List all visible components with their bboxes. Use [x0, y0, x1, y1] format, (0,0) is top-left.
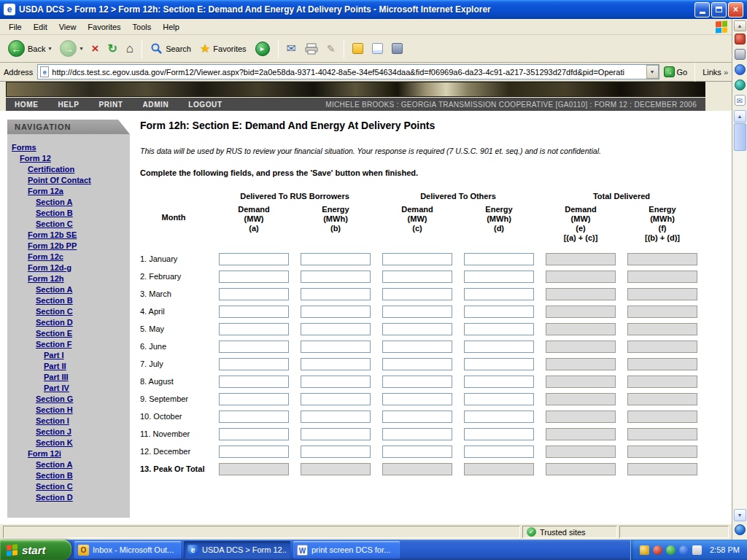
sidebar-link[interactable]: Form 12i [7, 448, 130, 459]
sidebar-link[interactable]: Part I [7, 350, 130, 361]
cell-input[interactable] [301, 253, 371, 265]
cell-input[interactable] [219, 428, 289, 440]
shortcut-icon-red[interactable] [735, 34, 746, 44]
mail-button[interactable]: ✉ [283, 39, 300, 58]
cell-input[interactable] [219, 288, 289, 300]
sidebar-link[interactable]: Form 12 [7, 153, 130, 164]
sidebar-link[interactable]: Form 12c [7, 252, 130, 262]
menu-edit[interactable]: Edit [28, 20, 53, 34]
scrollbar-up-button[interactable]: ▲ [734, 110, 746, 122]
sidebar-link[interactable]: Section D [7, 317, 130, 328]
cell-input[interactable] [219, 411, 289, 423]
forward-button[interactable]: → ▾ [56, 38, 86, 59]
cell-input[interactable] [301, 393, 371, 405]
tray-antivirus-icon[interactable] [653, 545, 662, 555]
media-button[interactable]: ► [252, 39, 274, 58]
cell-input[interactable] [301, 306, 371, 318]
mail-shortcut-icon[interactable]: ✉ [735, 95, 746, 106]
sidebar-link[interactable]: Section H [7, 405, 130, 416]
cell-input[interactable] [382, 253, 452, 265]
sidebar-link[interactable]: Section C [7, 306, 130, 317]
cell-input[interactable] [301, 271, 371, 283]
sidebar-link[interactable]: Section D [7, 492, 130, 503]
sidebar-link[interactable]: Section C [7, 481, 130, 492]
sidebar-link[interactable]: Forms [7, 142, 130, 153]
cell-input[interactable] [464, 323, 534, 335]
restore-button[interactable] [711, 2, 727, 18]
taskbar-item-usda-dcs[interactable]: e USDA DCS > Form 12... [184, 541, 290, 559]
cell-input[interactable] [382, 358, 452, 370]
cell-input[interactable] [301, 411, 371, 423]
print-button[interactable] [301, 41, 322, 57]
sidebar-link[interactable]: Section J [7, 427, 130, 438]
sidebar-link[interactable]: Section E [7, 328, 130, 339]
address-input[interactable]: e http://dcs.test.sc.egov.usda.gov/Form1… [37, 64, 659, 79]
sidebar-link[interactable]: Section A [7, 197, 130, 208]
sidebar-link[interactable]: Form 12d-g [7, 262, 130, 273]
cell-input[interactable] [382, 341, 452, 353]
cell-input[interactable] [301, 446, 371, 458]
shortcut-icon-gray[interactable] [735, 49, 746, 60]
close-button[interactable]: × [728, 2, 743, 18]
taskbar-item-word-doc[interactable]: W print screen DCS for... [293, 541, 400, 559]
tray-volume-icon[interactable] [692, 545, 702, 555]
taskbar-item-outlook[interactable]: O Inbox - Microsoft Out... [74, 541, 181, 559]
sidebar-link[interactable]: Section A [7, 459, 130, 470]
sidebar-link[interactable]: Section B [7, 470, 130, 481]
forward-dropdown-icon[interactable]: ▾ [80, 45, 82, 52]
cell-input[interactable] [382, 446, 452, 458]
sidebar-link[interactable]: Point Of Contact [7, 175, 130, 186]
cell-input[interactable] [464, 271, 534, 283]
discuss-button[interactable] [349, 41, 367, 56]
start-button[interactable]: start [0, 540, 71, 560]
stop-button[interactable]: × [88, 40, 103, 57]
sidebar-link[interactable]: Section F [7, 339, 130, 350]
menu-favorites[interactable]: Favorites [82, 20, 126, 34]
tray-messenger-icon[interactable] [666, 545, 676, 555]
search-button[interactable]: Search [147, 40, 195, 57]
cell-input[interactable] [382, 393, 452, 405]
cell-input[interactable] [464, 358, 534, 370]
cell-input[interactable] [219, 253, 289, 265]
sidebar-link[interactable]: Form 12h [7, 273, 130, 284]
menu-file[interactable]: File [3, 20, 28, 34]
sidebar-link[interactable]: Section A [7, 284, 130, 295]
cell-input[interactable] [301, 341, 371, 353]
cell-input[interactable] [219, 306, 289, 318]
scrollbar-down-button[interactable]: ▼ [734, 509, 746, 521]
cell-input[interactable] [301, 358, 371, 370]
cell-input[interactable] [464, 446, 534, 458]
favorites-button[interactable]: ★ Favorites [196, 39, 250, 58]
url-text[interactable]: http://dcs.test.sc.egov.usda.gov/Form12/… [52, 68, 646, 77]
sidebar-link[interactable]: Part II [7, 361, 130, 372]
shortcut-icon-blue[interactable] [735, 64, 746, 75]
cell-input[interactable] [464, 288, 534, 300]
sidebar-link[interactable]: Section K [7, 438, 130, 448]
sidebar-link[interactable]: Section G [7, 394, 130, 405]
cell-input[interactable] [301, 323, 371, 335]
menu-view[interactable]: View [53, 20, 82, 34]
cell-input[interactable] [219, 358, 289, 370]
sidebar-link[interactable]: Section B [7, 295, 130, 306]
cell-input[interactable] [219, 446, 289, 458]
scrollbar-track[interactable] [734, 151, 746, 509]
cell-input[interactable] [464, 428, 534, 440]
tray-lock-icon[interactable] [640, 545, 649, 555]
home-button[interactable]: ⌂ [123, 39, 137, 58]
back-dropdown-icon[interactable]: ▾ [48, 45, 51, 52]
cell-input[interactable] [301, 376, 371, 388]
minimize-button[interactable] [694, 2, 710, 18]
sidebar-link[interactable]: Certification [7, 164, 130, 175]
links-button[interactable]: Links » [703, 68, 728, 77]
cell-input[interactable] [382, 411, 452, 423]
cell-input[interactable] [464, 376, 534, 388]
tray-network-icon[interactable] [679, 545, 689, 555]
research-button[interactable] [368, 41, 387, 56]
globe-shortcut-icon[interactable] [735, 524, 746, 535]
scrollbar-thumb[interactable] [734, 123, 746, 151]
cell-input[interactable] [301, 428, 371, 440]
sidebar-link[interactable]: Part III [7, 372, 130, 383]
cell-input[interactable] [382, 323, 452, 335]
cell-input[interactable] [464, 393, 534, 405]
sidebar-link[interactable]: Form 12b SE [7, 230, 130, 241]
